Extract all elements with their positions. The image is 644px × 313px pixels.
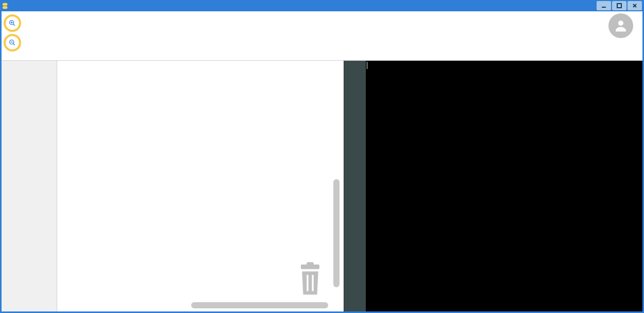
- toolbar: [2, 11, 642, 61]
- zoom-out-button[interactable]: [4, 34, 21, 51]
- trash-icon[interactable]: [296, 262, 324, 297]
- svg-point-4: [618, 21, 623, 26]
- svg-rect-6: [307, 262, 314, 266]
- app-logo-icon: [2, 2, 9, 9]
- minimize-button[interactable]: [597, 1, 611, 10]
- zoom-in-button[interactable]: [4, 14, 21, 32]
- code-body[interactable]: [366, 61, 642, 311]
- svg-rect-1: [617, 4, 621, 8]
- titlebar: [0, 0, 644, 11]
- canvas-horizontal-scrollbar[interactable]: [191, 302, 328, 308]
- svg-rect-7: [307, 275, 308, 291]
- app-frame: [0, 11, 644, 313]
- avatar-icon[interactable]: [608, 13, 633, 38]
- block-canvas[interactable]: [57, 61, 344, 311]
- maximize-button[interactable]: [612, 1, 626, 10]
- workspace: [2, 61, 642, 311]
- canvas-vertical-scrollbar[interactable]: [333, 179, 340, 287]
- svg-rect-0: [602, 7, 606, 8]
- code-gutter: [344, 61, 366, 311]
- category-sidebar[interactable]: [2, 61, 57, 311]
- svg-rect-8: [312, 275, 313, 291]
- close-button[interactable]: [628, 1, 642, 10]
- code-cursor: [367, 62, 367, 69]
- code-editor[interactable]: [344, 61, 642, 311]
- brand-block: [21, 13, 600, 16]
